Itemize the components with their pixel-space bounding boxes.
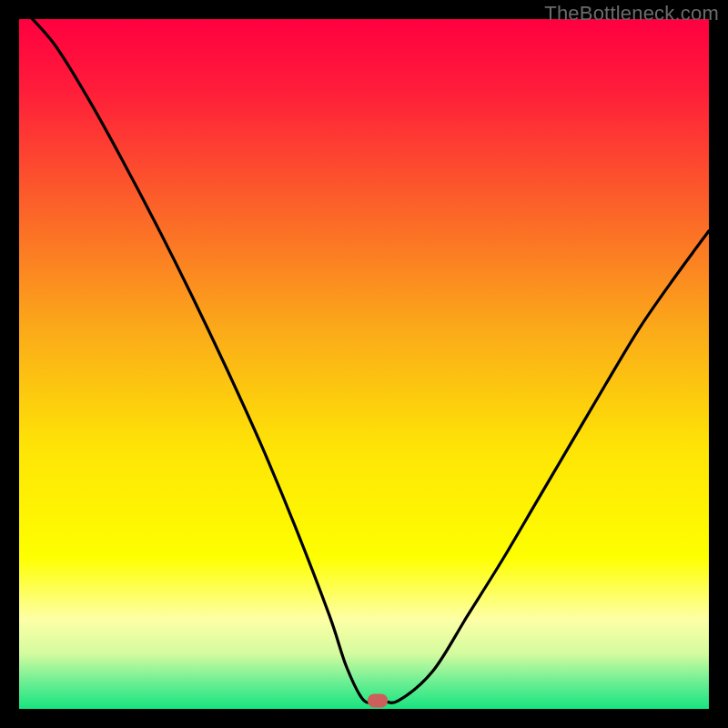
- watermark-text: TheBottleneck.com: [544, 2, 719, 25]
- optimal-marker: [368, 693, 388, 707]
- bottleneck-curve: [19, 19, 709, 709]
- chart-frame: TheBottleneck.com: [0, 0, 728, 728]
- plot-area: [19, 19, 709, 709]
